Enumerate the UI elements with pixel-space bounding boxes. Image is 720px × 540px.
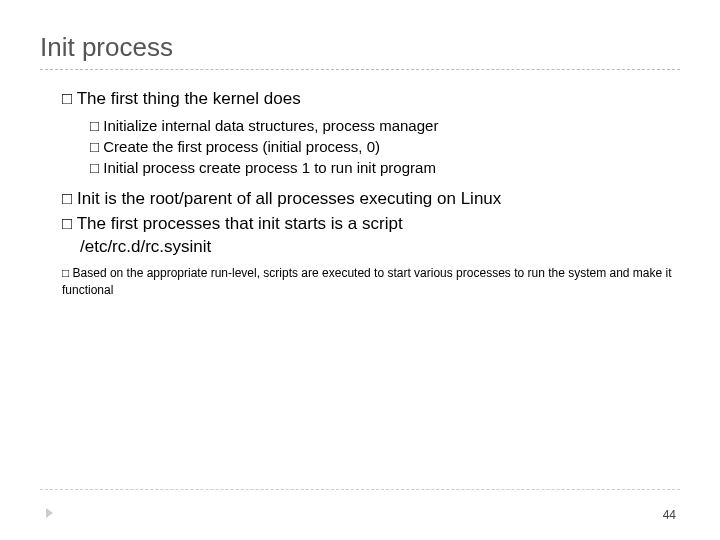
bullet-l2: □ Initialize internal data structures, p… [90, 116, 680, 136]
next-arrow-icon [46, 508, 53, 518]
slide: Init process □ The first thing the kerne… [0, 0, 720, 540]
bullet-l1: □ The first thing the kernel does [62, 88, 680, 111]
bullet-l2: □ Create the first process (initial proc… [90, 137, 680, 157]
bullet-l2: □ Initial process create process 1 to ru… [90, 158, 680, 178]
bullet-text: □ The first processes that init starts i… [62, 214, 403, 233]
slide-title: Init process [40, 32, 680, 63]
footer-divider [40, 489, 680, 490]
bullet-sub: /etc/rc.d/rc.sysinit [62, 236, 680, 259]
bullet-l1: □ Init is the root/parent of all process… [62, 188, 680, 211]
page-number: 44 [663, 508, 676, 522]
sublist: □ Initialize internal data structures, p… [62, 113, 680, 186]
body: □ The first thing the kernel does □ Init… [40, 88, 680, 299]
bullet-l3: □ Based on the appropriate run-level, sc… [62, 265, 680, 300]
title-divider [40, 69, 680, 70]
bullet-l1: □ The first processes that init starts i… [62, 213, 680, 259]
